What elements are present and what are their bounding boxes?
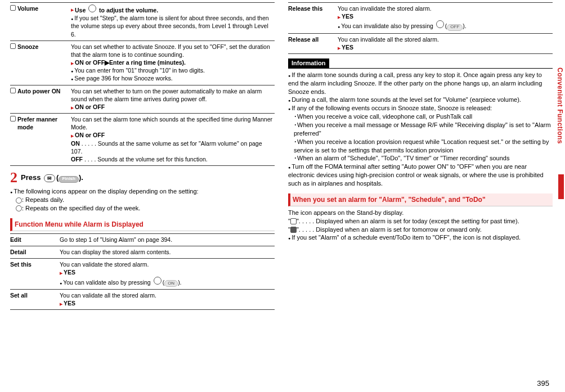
when-line-2: "". . . . . Displayed when an alarm is s… — [288, 217, 553, 226]
setall-text1: You can validate all the stored alarm. — [60, 291, 275, 299]
manner-icon — [10, 116, 16, 121]
manner-text1: You can set the alarm tone which sounds … — [71, 115, 275, 131]
nav-key-icon — [88, 4, 96, 12]
when-note: If you set "Alarm" of a schedule event/T… — [292, 234, 521, 241]
label-manner: Prefer manner mode — [17, 115, 71, 131]
edit-text: Go to step 1 of "Using Alarm" on page 39… — [60, 236, 275, 244]
label-release-this: Release this — [288, 4, 338, 31]
label-release-all: Release all — [288, 35, 338, 51]
info-tail: Turn off the FOMA terminal after setting… — [288, 163, 544, 187]
when-line-1: The icon appears on the Stand-by display… — [288, 209, 553, 217]
snooze-text1: You can set whether to activate Snooze. … — [71, 43, 275, 58]
info-sub-3: When you receive a location provision re… — [294, 138, 549, 154]
d-icon — [16, 197, 22, 204]
relthis-2: YES — [342, 13, 353, 20]
center-key-icon-2 — [436, 20, 444, 28]
on-softkey: ON — [164, 280, 178, 287]
relall-2: YES — [342, 44, 353, 51]
setthis-text1: You can validate the stored alarm. — [60, 260, 275, 268]
snooze-icon — [10, 43, 16, 49]
snooze-text3: You can enter from "01" through "10" in … — [74, 67, 205, 74]
label-edit: Edit — [10, 236, 60, 244]
info-sub-2: When you receive a mail message or Messa… — [294, 121, 551, 137]
info-1: If the alarm tone sounds during a call, … — [288, 71, 542, 95]
page: Volume Use to adjust the volume. If you … — [0, 0, 565, 392]
side-tab-label: Convenient Functions — [555, 67, 564, 144]
volume-icon — [10, 5, 16, 11]
label-set-all: Set all — [10, 291, 60, 307]
right-column: Release this You can invalidate the stor… — [288, 2, 553, 310]
alarm-tomorrow-icon — [290, 227, 297, 233]
autopower-text2: ON or OFF — [75, 103, 105, 110]
label-snooze: Snooze — [17, 43, 38, 51]
manner-off: OFF . . . . Sounds at the volume set for… — [71, 155, 275, 163]
step2-iconW: : Repeats on the specified day of the we… — [22, 205, 140, 211]
left-column: Volume Use to adjust the volume. If you … — [10, 2, 275, 310]
step-number-2: 2 — [10, 170, 17, 185]
label-detail: Detail — [10, 248, 60, 256]
volume-line1: Use to adjust the volume. — [75, 4, 158, 14]
manner-on: ON . . . . . Sounds at the same volume a… — [71, 139, 275, 155]
manner-text2: ON or OFF — [75, 132, 105, 138]
label-set-this: Set this — [10, 260, 60, 287]
step2-note: The following icons appear on the displa… — [14, 188, 198, 195]
info-sub-4: When an alarm of "Schedule", "ToDo", "TV… — [297, 155, 509, 161]
info-3: If any of the following events occurs in… — [292, 105, 492, 111]
snooze-text4: See page 396 for how Snooze works. — [74, 75, 173, 82]
setall-text2: YES — [64, 300, 75, 307]
detail-text: You can display the stored alarm content… — [60, 248, 275, 256]
setthis-text3: You can validate also by pressing (ON). — [60, 277, 275, 287]
finish-softkey: Finish — [59, 176, 79, 183]
when-heading: When you set an alarm for "Alarm", "Sche… — [288, 193, 553, 206]
setthis-text2: YES — [64, 269, 75, 276]
autopower-text1: You can set whether to turn on the power… — [71, 87, 275, 103]
settings-table: Volume Use to adjust the volume. If you … — [10, 2, 275, 166]
snooze-text2: ON or OFF▶Enter a ring time (minutes). — [75, 59, 186, 66]
info-sub-1: When you receive a voice call, videophon… — [297, 113, 472, 120]
relall-1: You can invalidate all the stored alarm. — [338, 35, 553, 43]
center-key-icon — [154, 277, 162, 285]
mail-key-icon: ✉ — [44, 174, 55, 182]
label-autopower: Auto power ON — [17, 87, 60, 95]
step2-iconD: : Repeats daily. — [22, 196, 64, 203]
page-number: 395 — [537, 379, 549, 389]
relthis-3: You can invalidate also by pressing (OFF… — [338, 20, 553, 30]
volume-line2: If you set "Step", the alarm tone is sil… — [71, 15, 269, 37]
autopower-icon — [10, 88, 16, 93]
side-tab-marker — [558, 174, 564, 199]
alarm-today-icon — [290, 218, 297, 224]
label-volume: Volume — [17, 4, 38, 12]
w-icon — [16, 205, 22, 211]
row-volume-label: Volume — [10, 4, 71, 38]
information-heading: Information — [288, 58, 329, 69]
when-line-3: "". . . . . Displayed when an alarm is s… — [288, 226, 553, 234]
step-2-text: Press ✉(Finish). — [21, 173, 83, 183]
step-2: 2 Press ✉(Finish). — [10, 170, 275, 185]
info-2: During a call, the alarm tone sounds at … — [292, 96, 521, 103]
relthis-1: You can invalidate the stored alarm. — [338, 4, 553, 12]
off-softkey: OFF — [447, 24, 463, 31]
function-menu-heading: Function Menu while Alarm is Displayed — [10, 218, 275, 231]
